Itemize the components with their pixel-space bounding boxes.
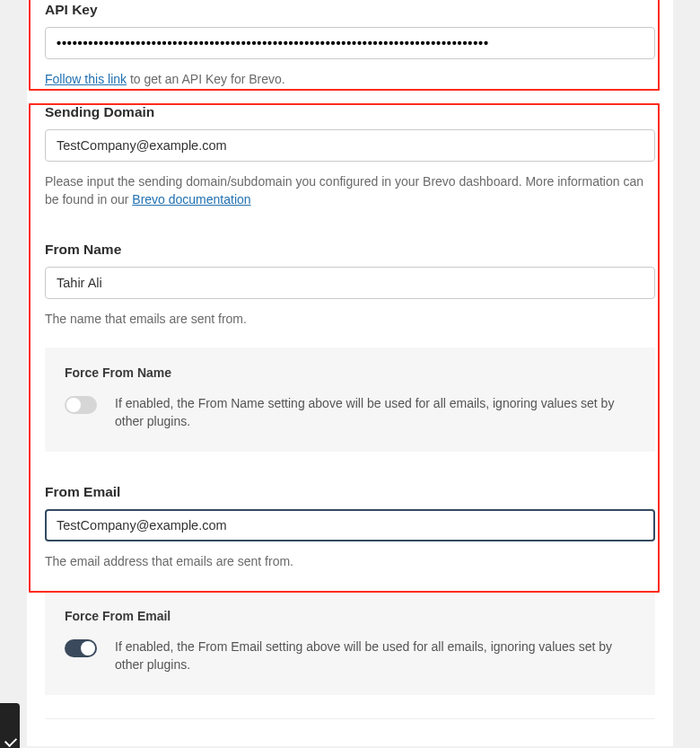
- sending-domain-help: Please input the sending domain/subdomai…: [45, 172, 655, 209]
- force-from-name-panel: Force From Name If enabled, the From Nam…: [45, 348, 655, 453]
- sending-domain-input[interactable]: [45, 129, 655, 162]
- toggle-knob: [66, 398, 81, 412]
- force-from-email-label: Force From Email: [65, 609, 635, 623]
- section-from-email: From Email The email address that emails…: [45, 479, 655, 719]
- from-email-help: The email address that emails are sent f…: [45, 552, 655, 570]
- force-from-email-panel: Force From Email If enabled, the From Em…: [45, 591, 655, 696]
- from-email-input[interactable]: [45, 509, 655, 541]
- force-from-name-label: Force From Name: [65, 365, 635, 380]
- settings-form: API Key Follow this link to get an API K…: [27, 0, 673, 746]
- toggle-knob: [81, 641, 95, 656]
- from-name-label: From Name: [45, 242, 655, 258]
- api-key-follow-tail: to get an API Key for Brevo.: [127, 72, 285, 86]
- from-name-help: The name that emails are sent from.: [45, 310, 655, 328]
- collapsed-side-tab[interactable]: [0, 703, 20, 748]
- api-key-input[interactable]: [45, 27, 655, 59]
- api-key-label: API Key: [45, 2, 655, 18]
- divider: [45, 718, 655, 719]
- api-key-help: Follow this link to get an API Key for B…: [45, 72, 655, 86]
- force-from-email-desc: If enabled, the From Email setting above…: [115, 638, 635, 674]
- sending-domain-label: Sending Domain: [45, 104, 655, 120]
- section-api-key: API Key Follow this link to get an API K…: [45, 0, 655, 86]
- section-sending-domain: Sending Domain Please input the sending …: [45, 86, 655, 209]
- from-email-label: From Email: [45, 484, 655, 500]
- section-from-name: From Name The name that emails are sent …: [45, 236, 655, 453]
- force-from-name-desc: If enabled, the From Name setting above …: [115, 394, 635, 431]
- force-from-email-toggle[interactable]: [65, 639, 97, 657]
- brevo-documentation-link[interactable]: Brevo documentation: [132, 192, 250, 207]
- from-name-input[interactable]: [45, 267, 655, 299]
- force-from-name-toggle[interactable]: [65, 396, 97, 414]
- api-key-follow-link[interactable]: Follow this link: [45, 72, 127, 86]
